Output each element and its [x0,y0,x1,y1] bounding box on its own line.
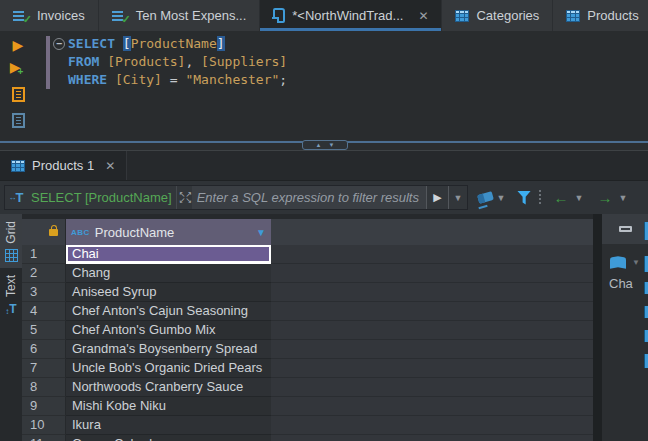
row-value-cell[interactable]: Grandma's Boysenberry Spread [66,340,271,359]
edge-toolbar-icon[interactable] [644,256,648,272]
row-number-cell[interactable]: 8 [22,378,66,397]
fold-collapse-icon[interactable]: − [53,38,65,50]
collapse-down-icon[interactable]: ▼ [329,142,335,148]
string-type-icon: ABC [71,228,90,237]
table-row[interactable]: 4 Chef Anton's Cajun Seasoning [22,302,593,321]
edge-toolbar-icon[interactable] [644,330,648,342]
column-menu-dropdown-icon[interactable]: ▼ [256,227,266,238]
apply-filter-button[interactable]: ▶ [427,186,448,209]
execute-new-tab-button[interactable]: ▶+ [10,60,27,76]
edge-toolbar-icon[interactable] [644,222,648,240]
table-row[interactable]: 8 Northwoods Cranberry Sauce [22,378,593,397]
splitter-handle[interactable]: ▲ ▼ [302,140,348,150]
sql-editor[interactable]: ▶ ▶+ − SELECT [ProductName]FROM [Product… [0,31,648,140]
edge-toolbar-icon[interactable] [644,282,648,294]
row-number-cell[interactable]: 6 [22,340,66,359]
grid-corner-cell[interactable] [22,219,66,245]
tab-text-view[interactable]: Text ↕T [0,268,22,322]
close-icon[interactable]: ✕ [105,159,115,173]
script-check-icon: ✓ [13,9,30,23]
tab-label: Invoices [37,8,85,23]
table-row[interactable]: 3 Aniseed Syrup [22,283,593,302]
column-header-productname[interactable]: ABC ProductName ▼ [66,219,271,245]
edge-toolbar-icon[interactable] [644,306,648,318]
tab-products[interactable]: Products [553,0,648,31]
row-value-cell[interactable]: Uncle Bob's Organic Dried Pears [66,359,271,378]
table-row[interactable]: 10 Ikura [22,416,593,435]
grid-tab-label: Grid [4,221,18,244]
tab-grid-view[interactable]: Grid [0,214,22,268]
row-value-cell[interactable]: Queso Cabrales [66,435,271,441]
table-row[interactable]: 2 Chang [22,264,593,283]
row-number-cell[interactable]: 1 [22,245,66,264]
table-row[interactable]: 1 Chai [22,245,593,264]
fetch-next-dropdown[interactable]: ▼ [615,185,631,210]
panel-divider[interactable] [593,214,602,441]
row-value-cell[interactable]: Chang [66,264,271,283]
value-format-selector[interactable]: ▼ [609,256,640,269]
erase-filter-button[interactable] [478,185,493,210]
row-value-cell[interactable]: Chai [66,245,271,264]
row-number-cell[interactable]: 10 [22,416,66,435]
row-number-cell[interactable]: 2 [22,264,66,283]
row-value-cell[interactable]: Ikura [66,416,271,435]
filter-control: ↔T SELECT [ProductName] ↖↗↙↘ ▶ ▼ [4,185,468,210]
row-empty-area [271,302,593,321]
tab-northwind-active[interactable]: *<NorthWindTrad... ✕ [260,0,442,31]
eraser-icon [477,191,494,204]
data-filter-icon: ↔T [5,186,27,209]
filter-input[interactable] [192,186,426,209]
grid-header-empty [271,219,593,245]
tab-invoices[interactable]: ✓ Invoices [0,0,99,31]
sql-code[interactable]: SELECT [ProductName]FROM [Products], [Su… [68,35,287,89]
row-number-cell[interactable]: 3 [22,283,66,302]
data-grid: ABC ProductName ▼ 1 Chai 2 Chang 3 [22,214,593,441]
script-check-icon: ✓ [112,9,129,23]
row-empty-area [271,416,593,435]
row-number-cell[interactable]: 5 [22,321,66,340]
presentation-switcher: Grid Text ↕T [0,214,22,441]
tab-products-1[interactable]: Products 1 ✕ [0,151,127,180]
tab-categories[interactable]: Categories [442,0,553,31]
minimize-panel-button[interactable] [619,226,632,232]
row-empty-area [271,245,593,264]
table-row[interactable]: 6 Grandma's Boysenberry Spread [22,340,593,359]
edge-toolbar-icon[interactable] [644,354,648,368]
collapse-up-icon[interactable]: ▲ [316,142,322,148]
row-empty-area [271,264,593,283]
row-value-cell[interactable]: Aniseed Syrup [66,283,271,302]
table-row[interactable]: 9 Mishi Kobe Niku [22,397,593,416]
row-empty-area [271,283,593,302]
explain-plan-button[interactable] [12,113,25,128]
table-row[interactable]: 11 Queso Cabrales [22,435,593,441]
fetch-next-button[interactable]: → [595,185,615,210]
toolbar-drag-handle[interactable] [539,190,541,206]
row-value-cell[interactable]: Chef Anton's Cajun Seasoning [66,302,271,321]
row-number-cell[interactable]: 9 [22,397,66,416]
execute-statement-button[interactable]: ▶ [13,38,24,52]
filter-history-dropdown[interactable]: ▼ [448,186,467,209]
row-number-cell[interactable]: 7 [22,359,66,378]
fetch-previous-button[interactable]: ← [551,185,571,210]
row-number-cell[interactable]: 11 [22,435,66,441]
editor-results-splitter[interactable]: ▲ ▼ [0,140,648,150]
dbeaver-window: ✓ Invoices ✓ Ten Most Expens... *<NorthW… [0,0,648,441]
fetch-previous-dropdown[interactable]: ▼ [571,185,587,210]
row-value-cell[interactable]: Mishi Kobe Niku [66,397,271,416]
table-row[interactable]: 5 Chef Anton's Gumbo Mix [22,321,593,340]
row-number-cell[interactable]: 4 [22,302,66,321]
grid-header-row: ABC ProductName ▼ [22,219,593,245]
editor-side-toolbar: ▶ ▶+ [0,31,36,140]
execute-script-button[interactable] [12,87,25,102]
book-icon [609,256,628,269]
filters-menu-button[interactable] [517,185,531,210]
erase-filter-dropdown[interactable]: ▼ [493,185,509,210]
row-value-cell[interactable]: Chef Anton's Gumbo Mix [66,321,271,340]
expand-filter-icon[interactable]: ↖↗↙↘ [176,186,192,209]
row-value-cell[interactable]: Northwoods Cranberry Sauce [66,378,271,397]
grid-view-icon [5,249,18,262]
format-dropdown-icon[interactable]: ▼ [632,258,640,267]
close-icon[interactable]: ✕ [418,9,428,23]
table-row[interactable]: 7 Uncle Bob's Organic Dried Pears [22,359,593,378]
tab-ten-most-expensive[interactable]: ✓ Ten Most Expens... [99,0,261,31]
